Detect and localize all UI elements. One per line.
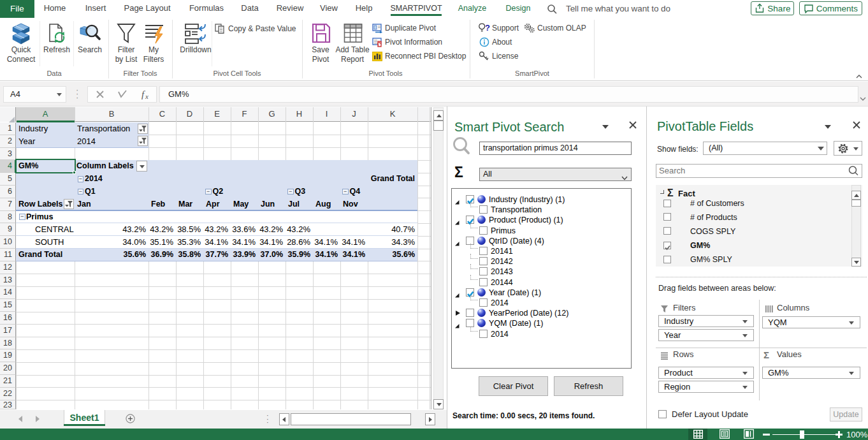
svg-text:?: ? — [485, 23, 490, 33]
svg-text:x: x — [145, 92, 148, 100]
